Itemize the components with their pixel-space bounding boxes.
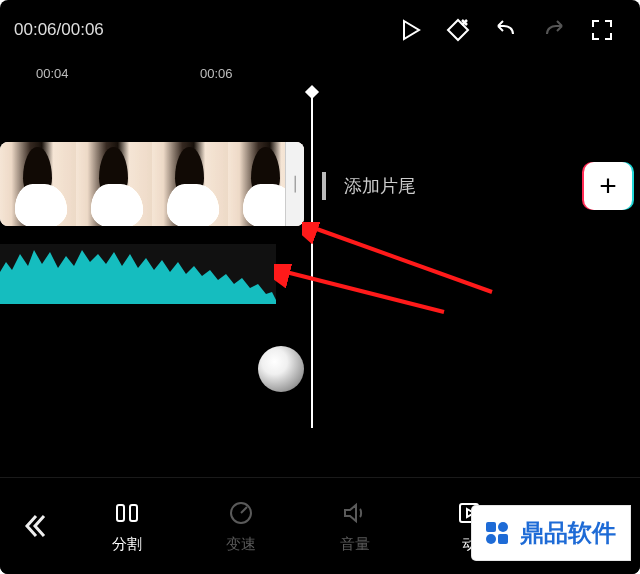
svg-line-4	[314, 228, 492, 292]
svg-rect-8	[130, 505, 137, 521]
tail-divider-icon	[322, 172, 326, 200]
svg-rect-15	[486, 522, 496, 532]
volume-label: 音量	[340, 535, 370, 554]
watermark-badge: 鼎品软件	[472, 506, 630, 560]
split-button[interactable]: 分割	[70, 478, 184, 574]
video-clip[interactable]: ⎪	[0, 142, 304, 226]
time-ruler[interactable]: 00:04 00:06	[0, 60, 640, 88]
playhead[interactable]	[311, 88, 313, 428]
add-tail-region[interactable]: 添加片尾	[322, 168, 582, 204]
svg-point-16	[498, 522, 508, 532]
annotation-arrow	[302, 222, 502, 302]
svg-rect-7	[117, 505, 124, 521]
keyframe-button[interactable]	[434, 6, 482, 54]
svg-line-6	[286, 272, 444, 312]
editor-screen: 00:06/00:06 00:04 00:06 ⎪	[0, 0, 640, 574]
clip-thumbnail	[152, 142, 228, 226]
svg-rect-18	[498, 534, 508, 544]
scrub-knob[interactable]	[258, 346, 304, 392]
audio-track[interactable]	[0, 244, 276, 304]
plus-icon: +	[599, 169, 617, 203]
speed-label: 变速	[226, 535, 256, 554]
top-bar: 00:06/00:06	[0, 0, 640, 60]
svg-point-17	[486, 534, 496, 544]
watermark-logo-icon	[482, 518, 512, 548]
split-label: 分割	[112, 535, 142, 554]
fullscreen-button[interactable]	[578, 6, 626, 54]
speed-button[interactable]: 变速	[184, 478, 298, 574]
clip-thumbnail	[0, 142, 76, 226]
clip-thumbnail	[76, 142, 152, 226]
add-clip-button[interactable]: +	[584, 162, 632, 210]
annotation-arrow	[274, 264, 454, 324]
undo-button[interactable]	[482, 6, 530, 54]
redo-button[interactable]	[530, 6, 578, 54]
ruler-mark: 00:04	[36, 66, 69, 81]
back-button[interactable]	[0, 478, 70, 574]
play-button[interactable]	[386, 6, 434, 54]
ruler-mark: 00:06	[200, 66, 233, 81]
svg-marker-0	[404, 21, 419, 39]
timeline[interactable]: ⎪ 添加片尾 +	[0, 88, 640, 428]
watermark-text: 鼎品软件	[520, 517, 616, 549]
waveform-icon	[0, 244, 276, 304]
timecode: 00:06/00:06	[14, 20, 104, 40]
clip-right-handle[interactable]: ⎪	[285, 142, 304, 226]
add-tail-label: 添加片尾	[344, 174, 416, 198]
volume-button[interactable]: 音量	[298, 478, 412, 574]
